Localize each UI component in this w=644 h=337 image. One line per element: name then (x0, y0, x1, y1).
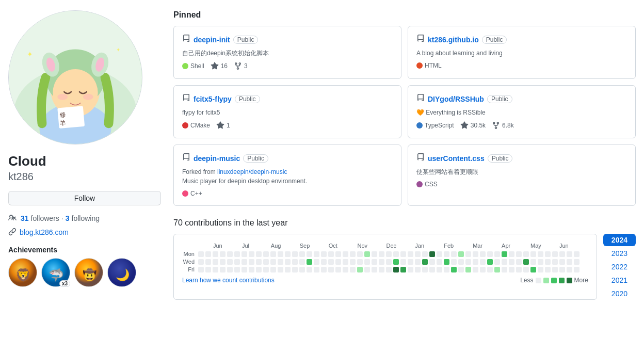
contrib-cell (292, 259, 298, 265)
contrib-cell (242, 259, 247, 265)
year-button-2020[interactable]: 2020 (603, 287, 636, 300)
legend-cell-2 (551, 278, 557, 283)
contrib-cell (198, 259, 204, 265)
contrib-cell (350, 251, 356, 257)
contrib-cell (444, 267, 449, 272)
contrib-cell (285, 267, 291, 272)
contrib-cell (408, 251, 413, 257)
contrib-cell (408, 267, 413, 272)
contrib-cell (299, 259, 305, 265)
contrib-cell (408, 259, 413, 265)
contrib-cell (220, 267, 226, 272)
contrib-cell (227, 259, 233, 265)
main-content: Pinned deepin-init Public 自己用的deepin系统初始… (173, 10, 636, 300)
public-badge: Public (488, 154, 513, 163)
contrib-cell (307, 259, 312, 265)
contrib-cell (234, 259, 240, 265)
contrib-cell (567, 251, 572, 257)
lang-dot (416, 181, 423, 187)
repo-link[interactable]: kt286.github.io (428, 36, 479, 44)
contrib-cell (357, 267, 363, 272)
pinned-card-usercontent: userContent.css Public 使某些网站看着更顺眼 CSS (408, 145, 636, 206)
repo-link[interactable]: userContent.css (428, 154, 485, 163)
contrib-cell (487, 251, 493, 257)
contrib-cell (415, 259, 421, 265)
public-badge: Public (235, 95, 260, 103)
contrib-cell (321, 251, 327, 257)
website-row: blog.kt286.com (8, 228, 161, 237)
contrib-cell (335, 259, 341, 265)
contrib-cell (270, 267, 276, 272)
contrib-cell (343, 267, 348, 272)
repo-link[interactable]: fcitx5-flypy (194, 95, 232, 103)
year-button-2021[interactable]: 2021 (603, 274, 636, 286)
contrib-cell (502, 259, 507, 265)
svg-text:✦: ✦ (27, 50, 33, 58)
row-label: Fri (182, 266, 197, 272)
year-button-2023[interactable]: 2023 (603, 247, 636, 260)
contrib-cell (429, 267, 435, 272)
followers-row: 31 followers · 3 following (8, 214, 161, 223)
contrib-cell (249, 251, 254, 257)
repo-link[interactable]: deepin-music (194, 154, 240, 163)
grid-row: Wed (182, 259, 588, 265)
contribution-learn-link[interactable]: Learn how we count contributions (182, 277, 275, 284)
year-button-2022[interactable]: 2022 (603, 261, 636, 273)
contrib-cell (379, 267, 384, 272)
fork-source-link[interactable]: linuxdeepin/deepin-music (217, 168, 287, 175)
contrib-cell (234, 267, 240, 272)
contrib-cell (372, 267, 377, 272)
contrib-cell (220, 251, 226, 257)
forks-item: 3 (234, 62, 248, 70)
contrib-cell (480, 267, 486, 272)
people-icon (8, 214, 17, 223)
badge-item-3[interactable]: 🤠 (74, 258, 103, 287)
badge-starstruck: 🦁 (8, 258, 37, 287)
contrib-cell (205, 267, 211, 272)
contrib-cell (343, 251, 348, 257)
contrib-cell (292, 251, 298, 257)
contrib-cell (538, 251, 543, 257)
lang-dot (416, 122, 423, 129)
contrib-cell (328, 251, 334, 257)
follow-button[interactable]: Follow (8, 191, 161, 205)
lang-dot (182, 122, 188, 129)
contrib-cell (343, 259, 348, 265)
followers-link[interactable]: 31 (21, 214, 29, 222)
link-icon (8, 228, 17, 237)
year-button-2024[interactable]: 2024 (603, 234, 636, 246)
repo-link[interactable]: DIYgod/RSSHub (428, 95, 484, 103)
badge-item[interactable]: 🦁 (8, 258, 37, 287)
website-link[interactable]: blog.kt286.com (20, 228, 69, 236)
contrib-cell (386, 267, 392, 272)
card-meta: HTML (416, 62, 627, 69)
contrib-cell (559, 251, 565, 257)
contrib-cell (516, 267, 522, 272)
badge-item-2[interactable]: 🦈 x3 (41, 258, 70, 287)
card-meta: CMake 1 (182, 121, 393, 130)
contrib-cell (458, 259, 464, 265)
contrib-footer: Learn how we count contributions Less Mo… (182, 277, 588, 284)
legend-cell-3 (559, 278, 565, 283)
row-label: Mon (182, 251, 197, 257)
contrib-cell (509, 267, 514, 272)
language-item: CSS (416, 181, 438, 188)
grid-row: Fri (182, 266, 588, 272)
contrib-cell (321, 267, 327, 272)
repo-link[interactable]: deepin-init (194, 36, 230, 44)
contrib-cell (523, 267, 529, 272)
contrib-cell (574, 259, 579, 265)
svg-point-7 (57, 94, 68, 100)
repo-icon (416, 35, 425, 44)
pinned-title: Pinned (173, 10, 636, 20)
contrib-cell (559, 267, 565, 272)
badge-item-4[interactable]: 🌙 (107, 258, 136, 287)
contrib-cell (451, 251, 457, 257)
following-link[interactable]: 3 (66, 214, 70, 222)
contrib-cell (559, 259, 565, 265)
card-desc: 🧡 Everything is RSSible (416, 108, 627, 117)
svg-text:羊: 羊 (59, 119, 66, 127)
contrib-cell (574, 267, 579, 272)
contrib-cell (220, 259, 226, 265)
pinned-card-deepin-music: deepin-music Public Forked from linuxdee… (173, 145, 401, 206)
